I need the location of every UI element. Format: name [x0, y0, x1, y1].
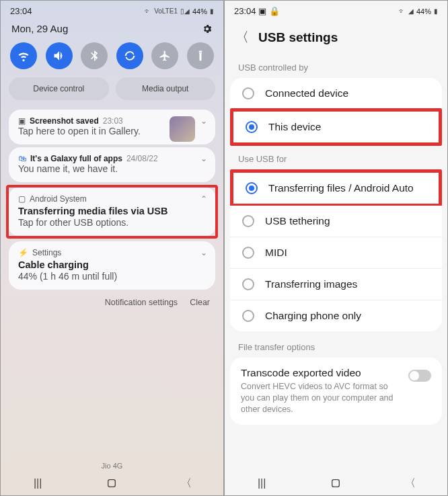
svg-rect-0: [108, 480, 116, 487]
option-label: Transferring images: [265, 278, 357, 290]
toggle-desc: Convert HEVC videos to AVC format so you…: [241, 381, 400, 415]
svg-rect-1: [332, 480, 340, 487]
notif-src: Settings: [32, 248, 61, 257]
battery-percent: 44%: [192, 7, 207, 15]
qs-airplane[interactable]: [151, 42, 178, 69]
qs-sound[interactable]: [46, 42, 73, 69]
status-time: 23:04: [10, 6, 32, 16]
status-bar: 23:04 ᯤ VoLTE1 ▯◢ 44% ▮: [1, 1, 223, 19]
date-label: Mon, 29 Aug: [11, 23, 68, 34]
notif-src: Android System: [30, 194, 87, 204]
notification-shade-screen: 23:04 ᯤ VoLTE1 ▯◢ 44% ▮ Mon, 29 Aug Devi…: [0, 0, 224, 496]
home-button[interactable]: [106, 477, 118, 489]
qs-autorotate[interactable]: [116, 42, 143, 69]
page-title: USB settings: [258, 30, 338, 45]
wifi-icon: ᯤ: [399, 7, 406, 15]
title-bar: 〈 USB settings: [225, 19, 447, 58]
notification-android-system[interactable]: ⌃ ▢ Android System Transferring media fi…: [9, 188, 215, 236]
option-charging-only[interactable]: Charging phone only: [230, 300, 442, 331]
back-button[interactable]: 〈: [180, 477, 192, 489]
media-output-button[interactable]: Media output: [116, 77, 216, 100]
option-label: USB tethering: [265, 215, 330, 227]
settings-gear-icon[interactable]: [202, 24, 213, 34]
qs-wifi[interactable]: [10, 42, 37, 69]
bolt-icon: ⚡: [18, 248, 28, 257]
screenshot-thumb[interactable]: [170, 116, 195, 142]
notification-screenshot[interactable]: ⌄ ▣ Screenshot saved 23:03 Tap here to o…: [9, 110, 215, 144]
radio-checked-icon: [246, 182, 258, 194]
chevron-down-icon[interactable]: ⌄: [200, 116, 207, 126]
back-button[interactable]: 〈: [404, 477, 416, 489]
option-connected-device[interactable]: Connected device: [230, 78, 442, 109]
notif-title: Transferring media files via USB: [18, 206, 206, 216]
battery-icon: ▮: [434, 7, 438, 15]
back-icon[interactable]: 〈: [235, 28, 249, 46]
status-time: 23:04 ▣ 🔒: [234, 6, 280, 16]
option-usb-tethering[interactable]: USB tethering: [230, 206, 442, 237]
option-label: Charging phone only: [265, 310, 361, 322]
status-right: ᯤ VoLTE1 ▯◢ 44% ▮: [145, 7, 214, 15]
section-file-transfer-options: File transfer options: [225, 338, 447, 358]
wifi-icon: ᯤ: [145, 7, 151, 15]
volte-indicator: VoLTE1: [154, 7, 178, 15]
switch-off-icon[interactable]: [408, 370, 431, 382]
radio-icon: [242, 278, 254, 290]
usb-controlled-by-list: Connected device: [230, 78, 442, 109]
notif-body: You name it, we have it.: [18, 163, 206, 174]
recents-button[interactable]: |||: [256, 477, 268, 489]
radio-icon: [242, 310, 254, 322]
notif-title: Cable charging: [18, 259, 206, 270]
chevron-down-icon[interactable]: ⌄: [200, 248, 207, 257]
section-use-usb-for: Use USB for: [225, 150, 447, 169]
usb-settings-screen: 23:04 ▣ 🔒 ᯤ ◢ 44% ▮ 〈 USB settings USB c…: [224, 0, 448, 496]
android-icon: ▢: [18, 194, 26, 204]
quick-settings-row: [1, 41, 223, 77]
notification-settings-charging[interactable]: ⌄ ⚡ Settings Cable charging 44% (1 h 46 …: [9, 241, 215, 290]
option-transferring-images[interactable]: Transferring images: [230, 268, 442, 300]
option-label: Transferring files / Android Auto: [268, 182, 414, 194]
radio-checked-icon: [246, 121, 258, 133]
image-icon: ▣: [18, 116, 26, 126]
quick-settings-secondary: Device control Media output: [1, 77, 223, 107]
chevron-up-icon[interactable]: ⌃: [200, 194, 207, 204]
battery-percent: 44%: [416, 7, 431, 15]
qs-bluetooth[interactable]: [81, 42, 108, 69]
option-midi[interactable]: MIDI: [230, 237, 442, 268]
notification-actions: Notification settings Clear: [1, 292, 223, 310]
toggle-title: Transcode exported video: [241, 367, 400, 379]
notif-body: 44% (1 h 46 m until full): [18, 271, 206, 282]
nav-bar: ||| 〈: [225, 471, 447, 495]
notification-settings-link[interactable]: Notification settings: [105, 298, 178, 307]
option-this-device[interactable]: This device: [233, 112, 439, 142]
notification-galaxy-apps[interactable]: ⌄ 🛍 It's a Galaxy full of apps 24/08/22 …: [9, 147, 215, 182]
use-usb-for-list: USB tethering MIDI Transferring images C…: [230, 206, 442, 331]
highlight-usb-notification: ⌃ ▢ Android System Transferring media fi…: [6, 185, 218, 239]
radio-icon: [242, 87, 254, 99]
radio-icon: [242, 247, 254, 259]
option-label: MIDI: [265, 247, 287, 259]
notif-app: Screenshot saved: [30, 116, 99, 126]
notif-ts: 23:03: [103, 116, 123, 126]
date-row: Mon, 29 Aug: [1, 19, 223, 41]
chevron-down-icon[interactable]: ⌄: [200, 154, 207, 163]
notif-app: It's a Galaxy full of apps: [30, 154, 122, 163]
clear-button[interactable]: Clear: [190, 298, 210, 307]
highlight-this-device: This device: [230, 108, 442, 146]
recents-button[interactable]: |||: [32, 477, 44, 489]
highlight-transferring-files: Transferring files / Android Auto: [230, 169, 442, 207]
section-usb-controlled-by: USB controlled by: [225, 58, 447, 78]
bag-icon: 🛍: [18, 154, 26, 163]
option-label: Connected device: [265, 87, 348, 99]
battery-icon: ▮: [210, 7, 214, 15]
notif-ts: 24/08/22: [126, 154, 158, 163]
radio-icon: [242, 215, 254, 227]
carrier-label: Jio 4G: [1, 462, 223, 470]
qs-flashlight[interactable]: [187, 42, 214, 69]
home-button[interactable]: [330, 477, 342, 489]
notif-body: Tap for other USB options.: [18, 217, 206, 228]
transcode-toggle-row[interactable]: Transcode exported video Convert HEVC vi…: [230, 358, 442, 425]
status-bar: 23:04 ▣ 🔒 ᯤ ◢ 44% ▮: [225, 1, 447, 19]
option-transferring-files[interactable]: Transferring files / Android Auto: [233, 173, 439, 204]
signal-icon: ◢: [408, 7, 414, 15]
device-control-button[interactable]: Device control: [9, 77, 109, 100]
